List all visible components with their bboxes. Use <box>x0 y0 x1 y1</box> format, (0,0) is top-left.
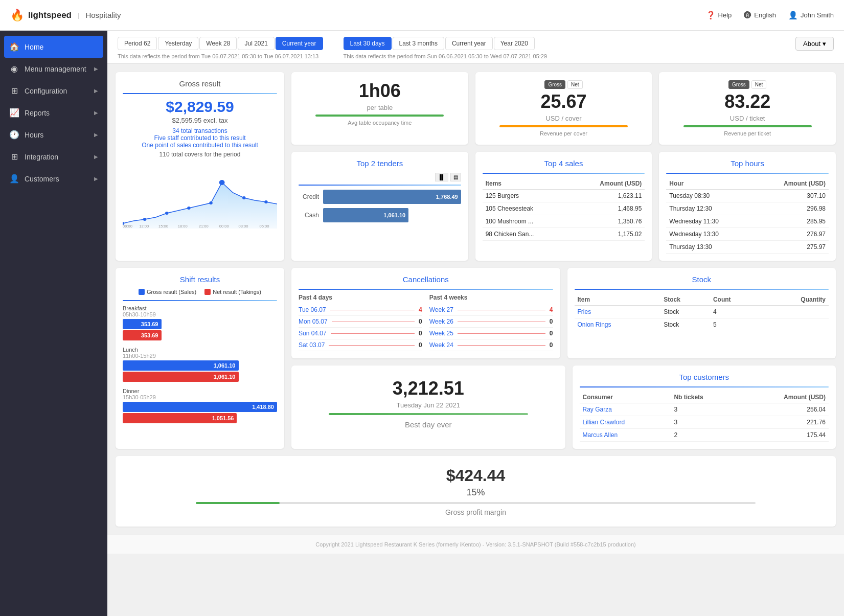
pill-week28[interactable]: Week 28 <box>199 37 237 50</box>
ticket-net-btn[interactable]: Net <box>751 80 767 89</box>
stock-count: 4 <box>710 306 762 318</box>
gross-link-staff[interactable]: Five staff contributed to this result <box>123 134 277 142</box>
sales-title: Top 4 sales <box>483 159 645 168</box>
config-icon: ⊞ <box>9 86 19 96</box>
cancel-sat-line <box>329 345 415 346</box>
gross-result-card: Gross result $2,829.59 $2,595.95 excl. t… <box>116 72 284 261</box>
cust-amount: 175.44 <box>738 429 829 442</box>
tender-table-icon[interactable]: ▤ <box>450 173 461 181</box>
pill-year2020[interactable]: Year 2020 <box>494 37 535 50</box>
hours-header-hour: Hour <box>666 178 753 190</box>
hours-amount: 285.95 <box>754 215 829 228</box>
cover-gross-btn[interactable]: Gross <box>544 80 565 89</box>
pill-last3months[interactable]: Last 3 months <box>393 37 444 50</box>
cust-name[interactable]: Marcus Allen <box>580 429 671 442</box>
pill-yesterday[interactable]: Yesterday <box>158 37 198 50</box>
svg-text:03:00: 03:00 <box>239 224 248 229</box>
gross-excl-tax: $2,595.95 excl. tax <box>123 117 277 124</box>
table-row: 100 Mushroom ...1,350.76 <box>483 215 645 228</box>
shift-legend: Gross result (Sales) Net result (Takings… <box>123 289 277 295</box>
bestday-label: Best day ever <box>304 420 553 429</box>
row-2: Shift results Gross result (Sales) Net r… <box>116 268 836 449</box>
cust-name[interactable]: Lillian Crawford <box>580 416 671 429</box>
sidebar-customers-label: Customers <box>25 175 59 183</box>
table-row: Thursday 13:30275.97 <box>666 241 829 254</box>
hours-hour: Thursday 12:30 <box>666 202 753 215</box>
table-row: Ray Garza3256.04 <box>580 403 829 416</box>
svg-point-3 <box>165 212 168 215</box>
cancel-row-mon: Mon 05.07 0 <box>299 316 422 328</box>
cust-name[interactable]: Ray Garza <box>580 403 671 416</box>
sidebar-item-customers[interactable]: 👤 Customers ▶ <box>0 168 107 190</box>
sidebar-item-hours[interactable]: 🕐 Hours ▶ <box>0 124 107 146</box>
gross-link-pos[interactable]: One point of sales contributed to this r… <box>123 142 277 149</box>
stock-item: Fries <box>575 306 661 318</box>
table-row: Onion RingsStock5 <box>575 318 829 331</box>
table-row: Tuesday 08:30307.10 <box>666 190 829 202</box>
sidebar-item-integration[interactable]: ⊞ Integration ▶ <box>0 146 107 168</box>
tender-cash-label: Cash <box>299 212 319 219</box>
row-1: Gross result $2,829.59 $2,595.95 excl. t… <box>116 72 836 261</box>
margin-bar-bg <box>196 502 756 504</box>
cover-bar <box>499 125 628 127</box>
shift-breakfast-gross-bar: 353.69 <box>123 319 162 329</box>
svg-text:18:00: 18:00 <box>178 224 188 229</box>
legend-blue-box <box>139 289 145 295</box>
sidebar-item-home[interactable]: 🏠 Home <box>4 36 103 58</box>
cancel-w26-count: 0 <box>550 318 553 325</box>
cancel-weeks-title: Past 4 weeks <box>429 294 553 301</box>
tender-bar-icon[interactable]: ▐▌ <box>435 173 448 181</box>
sales-amount: 1,468.95 <box>569 202 645 215</box>
pill-current-year2[interactable]: Current year <box>445 37 493 50</box>
cancel-w24-label: Week 24 <box>429 341 453 349</box>
svg-point-8 <box>264 200 267 203</box>
cancel-weeks-col: Past 4 weeks Week 27 4 Week 26 <box>429 294 553 351</box>
sidebar-config-label: Configuration <box>25 87 67 95</box>
sidebar-item-config[interactable]: ⊞ Configuration ▶ <box>0 80 107 102</box>
shift-breakfast-bars: 353.69 353.69 <box>123 319 277 340</box>
cover-value: 25.67 <box>484 91 644 112</box>
sales-divider <box>483 173 645 174</box>
customers-title: Top customers <box>580 373 829 381</box>
user-menu[interactable]: 👤 John Smith <box>788 11 834 20</box>
cancel-tue-count: 4 <box>419 306 422 313</box>
cancel-tue-line <box>330 310 415 310</box>
integration-icon: ⊞ <box>9 152 19 162</box>
language-selector[interactable]: 🅐 English <box>744 11 776 19</box>
about-button[interactable]: About ▾ <box>795 37 834 51</box>
left-filter-note: This data reflects the period from Tue 0… <box>118 53 323 59</box>
hours-amount: 276.97 <box>754 228 829 241</box>
cover-net-btn[interactable]: Net <box>567 80 583 89</box>
reports-icon: 📈 <box>9 108 19 118</box>
table-row: 105 Cheesesteak1,468.95 <box>483 202 645 215</box>
tender-cash: Cash 1,061.10 <box>299 208 461 222</box>
sidebar-item-menu[interactable]: ◉ Menu management ▶ <box>0 58 107 80</box>
legend-gross-label: Gross result (Sales) <box>147 289 196 295</box>
cancel-mon-count: 0 <box>419 318 422 325</box>
cancel-row-w27: Week 27 4 <box>429 304 553 316</box>
cust-header-amount: Amount (USD) <box>738 392 829 403</box>
pill-jul2021[interactable]: Jul 2021 <box>238 37 274 50</box>
cust-tickets: 3 <box>671 416 738 429</box>
tender-credit-bar: 1,768.49 <box>323 190 461 204</box>
sidebar-item-reports[interactable]: 📈 Reports ▶ <box>0 102 107 124</box>
pill-current-year[interactable]: Current year <box>276 37 323 50</box>
gross-link-transactions[interactable]: 34 total transactions <box>123 127 277 134</box>
tender-cash-bar-wrap: 1,061.10 <box>323 208 461 222</box>
ticket-gross-btn[interactable]: Gross <box>728 80 749 89</box>
kpi-occupancy: 1h06 per table Avg table occupancy time <box>291 72 468 145</box>
cancel-w24-line <box>458 345 545 346</box>
help-button[interactable]: ❓ Help <box>706 11 732 20</box>
hours-amount: 307.10 <box>754 190 829 202</box>
hours-header-amount: Amount (USD) <box>754 178 829 190</box>
cancel-tue-date: Tue 06.07 <box>299 306 326 313</box>
sales-header-amount: Amount (USD) <box>569 178 645 190</box>
arrow-icon: ▶ <box>94 110 98 116</box>
hours-hour: Wednesday 13:30 <box>666 228 753 241</box>
stock-stock: Stock <box>660 306 710 318</box>
pill-last30[interactable]: Last 30 days <box>344 37 392 50</box>
hours-hour: Wednesday 11:30 <box>666 215 753 228</box>
pill-period62[interactable]: Period 62 <box>118 37 157 50</box>
shift-dinner: Dinner15h30-05h29 1,418.80 1,051.56 <box>123 388 277 423</box>
cancel-w26-line <box>458 322 545 322</box>
